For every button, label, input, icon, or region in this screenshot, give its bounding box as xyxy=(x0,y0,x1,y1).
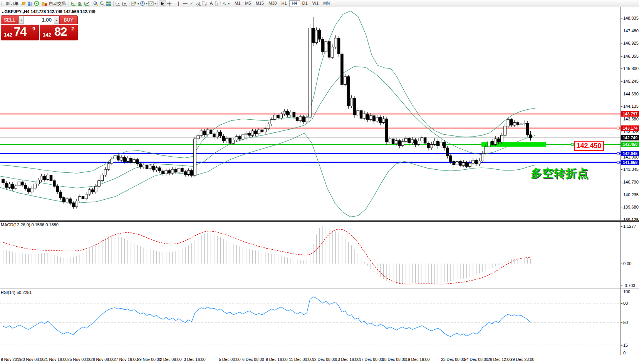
autotrade-button[interactable]: 自动交易 xyxy=(40,0,67,7)
periods-icon[interactable] xyxy=(139,0,146,7)
zoom-in-icon[interactable] xyxy=(92,0,99,7)
axis-tick xyxy=(621,353,622,353)
axis-tick xyxy=(621,345,622,346)
horizontal-line-tool-icon[interactable]: — xyxy=(182,0,188,7)
toolbar-grip[interactable] xyxy=(1,1,3,6)
new-order-button[interactable]: 新订单 xyxy=(4,0,20,7)
time-axis-label: 11 Dec 00:00 xyxy=(289,357,313,362)
axis-tick xyxy=(621,119,622,119)
axis-tick-label: 139.125 xyxy=(623,217,639,222)
tile-windows-icon[interactable] xyxy=(106,0,112,7)
market-watch-icon[interactable] xyxy=(27,0,33,7)
axis-tick xyxy=(621,157,622,157)
symbol-arrow-icon: ▴ xyxy=(2,10,4,14)
time-axis-label: 13 Dec 16:00 xyxy=(335,357,359,362)
timeframe-m15[interactable]: M15 xyxy=(253,0,266,6)
vertical-line-tool-icon[interactable]: | xyxy=(175,0,182,7)
time-axis-label: 26 Nov 08:00 xyxy=(91,357,114,362)
timeframe-m5[interactable]: M5 xyxy=(243,0,253,6)
ask-price[interactable]: 142 82 2 xyxy=(40,25,78,40)
svg-text:F: F xyxy=(205,3,207,6)
price-level-label: 141.658 xyxy=(621,160,639,165)
fibonacci-tool-icon[interactable]: F xyxy=(201,0,208,7)
trendline-tool-icon[interactable]: ∕ xyxy=(188,0,195,7)
bid-big-figure: 142 xyxy=(4,32,12,38)
timeframe-d1[interactable]: D1 xyxy=(300,0,310,6)
rsi-indicator-pane[interactable] xyxy=(0,290,621,354)
main-price-chart[interactable] xyxy=(0,7,621,220)
timeframe-h1[interactable]: H1 xyxy=(279,0,289,6)
indicators-icon[interactable] xyxy=(131,0,137,7)
candlestick-chart-type-icon[interactable] xyxy=(77,0,83,7)
price-level-annotation-box[interactable]: 142.450 xyxy=(574,141,604,151)
arrows-dropdown-caret[interactable]: ▾ xyxy=(228,2,230,5)
chart-shift-icon[interactable] xyxy=(121,0,128,7)
timeframe-m1[interactable]: M1 xyxy=(232,0,243,6)
auto-scroll-icon[interactable] xyxy=(115,0,121,7)
gold-bar-icon[interactable] xyxy=(20,0,27,7)
volume-input[interactable] xyxy=(24,16,54,24)
axis-tick-label: 147.480 xyxy=(623,28,639,33)
main-toolbar: 新订单 自动交易 ▾ ▾ ▾ | — ∕ E F A T ▾ M1M5M15M3… xyxy=(0,0,639,7)
axis-tick-label: 140.235 xyxy=(623,192,639,197)
axis-tick-label: 146.925 xyxy=(623,41,639,45)
line-chart-type-icon[interactable] xyxy=(83,0,90,7)
text-tool-icon[interactable]: A xyxy=(208,0,215,7)
crosshair-icon[interactable] xyxy=(166,0,173,7)
one-click-trading-panel: SELL ▼ ▲ BUY 142 74 9 142 82 2 xyxy=(1,15,78,40)
pane-divider[interactable] xyxy=(0,220,639,222)
bid-pips: 74 xyxy=(14,25,26,39)
toolbar-separator xyxy=(129,1,129,7)
turning-point-annotation[interactable]: 多空转折点 xyxy=(531,166,589,181)
time-axis-label: 24 Dec 08:00 xyxy=(464,357,488,362)
time-axis-label: 9 Nov 2019 xyxy=(1,357,22,362)
cursor-icon[interactable] xyxy=(159,0,166,7)
timeframe-w1[interactable]: W1 xyxy=(310,0,321,6)
timeframe-strip: M1M5M15M30H1H4D1W1MN xyxy=(232,0,332,7)
timeframe-h4[interactable]: H4 xyxy=(289,0,300,7)
time-axis-label: 19 Dec 16:00 xyxy=(406,357,429,362)
timeframe-m30[interactable]: M30 xyxy=(266,0,279,6)
bid-price[interactable]: 142 74 9 xyxy=(1,25,39,40)
sell-button[interactable]: SELL xyxy=(1,15,18,24)
time-axis-label: 9 Dec 16:00 xyxy=(266,357,288,362)
templates-dropdown-caret[interactable]: ▾ xyxy=(154,2,156,5)
bar-chart-type-icon[interactable] xyxy=(70,0,77,7)
axis-tick-label: 80 xyxy=(623,301,639,306)
axis-tick-label: 145.800 xyxy=(623,66,639,71)
time-axis-label: 21 Nov 16:00 xyxy=(44,357,67,362)
axis-tick-label: 15 xyxy=(623,343,639,347)
toolbar-separator xyxy=(157,1,158,7)
time-axis-label: 27 Nov 16:00 xyxy=(114,357,138,362)
svg-text:E: E xyxy=(199,3,201,6)
axis-tick xyxy=(621,94,622,94)
pane-divider[interactable] xyxy=(0,288,639,289)
time-axis-label: 20 Nov 08:00 xyxy=(20,357,44,362)
time-axis-label: 29 Dec 23:00 xyxy=(510,357,534,362)
axis-tick-label: 148.035 xyxy=(623,16,639,20)
time-axis-label: 12 Dec 08:00 xyxy=(312,357,336,362)
toolbar-separator xyxy=(113,1,114,7)
timeframe-mn[interactable]: MN xyxy=(321,0,332,6)
channel-tool-icon[interactable]: E xyxy=(195,0,201,7)
axis-tick xyxy=(621,81,622,82)
axis-tick xyxy=(621,106,622,107)
axis-tick-label: 145.245 xyxy=(623,79,639,83)
arrows-tool-icon[interactable] xyxy=(221,0,228,7)
macd-indicator-pane[interactable] xyxy=(0,222,621,287)
axis-tick-label: 143.580 xyxy=(623,117,639,121)
volume-decrease-button[interactable]: ▼ xyxy=(18,16,24,24)
axis-tick xyxy=(621,68,622,69)
buy-button[interactable]: BUY xyxy=(59,15,78,24)
axis-tick-label: 1.1277 xyxy=(623,224,639,229)
text-label-tool-icon[interactable]: T xyxy=(215,0,221,7)
signal-icon[interactable] xyxy=(33,0,40,7)
price-level-label: 142.045 xyxy=(621,151,639,156)
templates-icon[interactable] xyxy=(148,0,154,7)
zoom-out-icon[interactable] xyxy=(99,0,106,7)
volume-increase-button[interactable]: ▲ xyxy=(54,16,59,24)
axis-tick xyxy=(621,303,622,304)
macd-label: MACD(12,26,9) 0.1536 0.1880 xyxy=(1,222,59,227)
axis-tick xyxy=(621,31,622,31)
price-level-label: 143.797 xyxy=(621,111,639,117)
